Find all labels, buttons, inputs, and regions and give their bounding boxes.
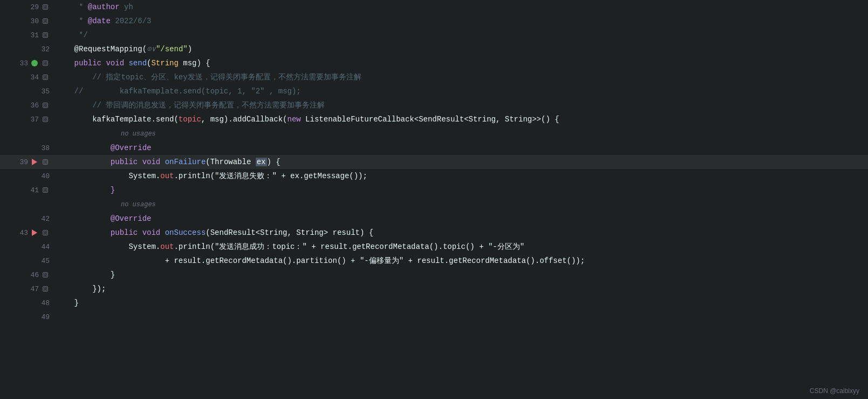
code-token: ⊙∨ xyxy=(147,45,156,53)
code-token: String xyxy=(151,59,178,67)
line-gutter: 43⊡ xyxy=(0,228,54,237)
code-token xyxy=(56,59,74,67)
line-number: 40 xyxy=(33,172,50,180)
line-gutter: 40 xyxy=(0,172,54,180)
line-gutter: 48 xyxy=(0,299,54,307)
code-line: 43⊡ public void onSuccess(SendResult<Str… xyxy=(0,226,868,240)
line-code: no usages xyxy=(54,126,868,141)
code-token xyxy=(138,158,142,166)
breakpoint-arrow-icon[interactable] xyxy=(30,158,39,166)
code-line: 45 + result.getRecordMetadata().partitio… xyxy=(0,254,868,268)
code-token: // xyxy=(56,87,83,96)
line-number: 35 xyxy=(33,87,50,96)
line-gutter: 41⊡ xyxy=(0,186,54,194)
code-token: (SendResult<String, String> result) { xyxy=(206,228,373,237)
code-token: yh xyxy=(120,3,133,11)
line-code: no usages xyxy=(54,197,868,212)
code-token: * xyxy=(56,3,88,11)
code-token xyxy=(56,158,111,166)
line-code: // kafkaTemplate.send(topic, 1, "2" , ms… xyxy=(54,84,868,98)
fold-icon[interactable]: ⊡ xyxy=(41,115,50,124)
code-line: 49 xyxy=(0,310,868,324)
code-token: (Throwable xyxy=(206,158,255,166)
code-token: "/send" xyxy=(156,45,188,53)
code-token xyxy=(160,158,165,166)
code-line: 44 System.out.println("发送消息成功：topic：" + … xyxy=(0,240,868,254)
line-code: + result.getRecordMetadata().partition()… xyxy=(54,254,868,268)
code-token: 2022/6/3 xyxy=(111,17,152,25)
code-token: }); xyxy=(56,285,106,293)
line-gutter: 30⊡ xyxy=(0,17,54,25)
line-number: 30 xyxy=(23,17,39,25)
code-line: no usages xyxy=(0,126,868,141)
code-token: ) xyxy=(188,45,192,53)
code-token: */ xyxy=(56,31,88,39)
highlighted-token: ex xyxy=(256,158,267,166)
line-code: * @author yh xyxy=(54,0,868,14)
code-token: System. xyxy=(56,242,160,251)
fold-icon[interactable]: ⊡ xyxy=(41,158,50,166)
code-line: 29⊡ * @author yh xyxy=(0,0,868,14)
code-token: send xyxy=(128,59,147,67)
line-code: System.out.println("发送消息成功：topic：" + res… xyxy=(54,240,868,254)
code-token: } xyxy=(56,270,115,279)
code-line: no usages xyxy=(0,197,868,212)
line-gutter: 35 xyxy=(0,87,54,96)
code-token: .println("发送消息成功：topic：" + result.getRec… xyxy=(174,242,524,251)
fold-icon[interactable]: ⊡ xyxy=(41,101,50,110)
fold-icon[interactable]: ⊡ xyxy=(41,270,50,279)
code-token xyxy=(56,186,111,194)
code-line: 38 @Override xyxy=(0,141,868,155)
code-token: } xyxy=(111,186,115,194)
line-code: } xyxy=(54,183,868,197)
line-number: 47 xyxy=(23,285,39,293)
watermark: CSDN @caibixyy xyxy=(810,387,859,395)
code-line: 34⊡ // 指定topic、分区、key发送，记得关闭事务配置，不然方法需要加… xyxy=(0,70,868,84)
no-usages-label: no usages xyxy=(56,201,156,208)
line-gutter: 31⊡ xyxy=(0,31,54,39)
code-token: // xyxy=(56,101,106,110)
code-token: void xyxy=(142,228,161,237)
line-gutter: 32 xyxy=(0,45,54,53)
line-code: * @date 2022/6/3 xyxy=(54,14,868,28)
code-area[interactable]: 29⊡ * @author yh30⊡ * @date 2022/6/331⊡ … xyxy=(0,0,868,399)
fold-icon[interactable]: ⊡ xyxy=(41,17,50,25)
code-editor: 29⊡ * @author yh30⊡ * @date 2022/6/331⊡ … xyxy=(0,0,868,399)
code-token: out xyxy=(160,242,174,251)
code-token: msg) { xyxy=(179,59,210,67)
line-number: 44 xyxy=(33,243,50,251)
code-token: void xyxy=(142,158,161,166)
run-icon[interactable] xyxy=(30,59,39,67)
code-token: 带回调的消息发送，记得关闭事务配置，不然方法需要加事务注解 xyxy=(106,101,325,110)
code-token: System. xyxy=(56,172,160,180)
line-gutter: 37⊡ xyxy=(0,115,54,124)
code-token xyxy=(56,228,111,237)
line-number: 31 xyxy=(23,31,39,39)
fold-icon[interactable]: ⊡ xyxy=(41,59,50,67)
code-line: 33⊡ public void send(String msg) { xyxy=(0,56,868,70)
code-token: @RequestMapping( xyxy=(56,45,147,53)
code-line: 42 @Override xyxy=(0,212,868,226)
breakpoint-arrow-icon[interactable] xyxy=(30,228,39,237)
fold-icon[interactable]: ⊡ xyxy=(41,228,50,237)
line-number: 42 xyxy=(33,215,50,223)
fold-icon[interactable]: ⊡ xyxy=(41,285,50,293)
code-token: * xyxy=(56,17,88,25)
fold-icon[interactable]: ⊡ xyxy=(41,73,50,82)
fold-icon[interactable]: ⊡ xyxy=(41,31,50,39)
line-gutter: 44 xyxy=(0,243,54,251)
line-code: */ xyxy=(54,28,868,42)
line-number: 43 xyxy=(12,229,28,237)
line-gutter: 39⊡ xyxy=(0,158,54,166)
line-code: public void onSuccess(SendResult<String,… xyxy=(54,226,868,240)
code-token: public xyxy=(111,158,138,166)
line-number: 49 xyxy=(33,313,50,321)
code-token: kafkaTemplate.send( xyxy=(56,115,179,124)
code-token: ListenableFutureCallback<SendResult<Stri… xyxy=(301,115,559,124)
fold-icon[interactable]: ⊡ xyxy=(41,3,50,11)
code-line: 46⊡ } xyxy=(0,268,868,282)
line-code: // 带回调的消息发送，记得关闭事务配置，不然方法需要加事务注解 xyxy=(54,98,868,112)
line-code: // 指定topic、分区、key发送，记得关闭事务配置，不然方法需要加事务注解 xyxy=(54,70,868,84)
code-line: 39⊡ public void onFailure(Throwable ex) … xyxy=(0,155,868,169)
fold-icon[interactable]: ⊡ xyxy=(41,186,50,194)
